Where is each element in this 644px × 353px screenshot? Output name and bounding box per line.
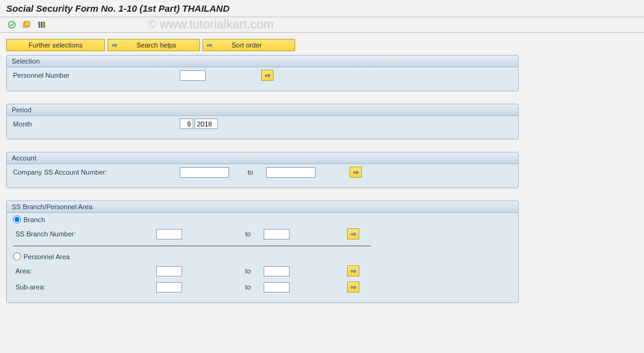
personnel-area-radio-label: Personnel Area <box>23 253 70 260</box>
area-to-input[interactable] <box>264 266 290 276</box>
to-label: to <box>245 283 264 291</box>
group-ss-branch: SS Branch/Personnel Area Branch SS Branc… <box>6 201 519 303</box>
svg-rect-2 <box>25 22 30 26</box>
ss-branch-from-input[interactable] <box>156 229 182 239</box>
personnel-area-radio[interactable] <box>13 252 21 260</box>
year-input[interactable] <box>194 118 218 129</box>
company-ss-from-input[interactable] <box>180 167 229 178</box>
content-area: Further selections ⇨Search helps ⇨Sort o… <box>0 33 644 322</box>
arrow-right-icon: ⇨ <box>353 168 359 176</box>
execute-icon[interactable] <box>6 20 17 30</box>
month-input[interactable] <box>180 118 193 129</box>
subarea-to-input[interactable] <box>264 282 290 293</box>
branch-radio-label: Branch <box>23 216 45 223</box>
further-selections-button[interactable]: Further selections <box>6 39 105 51</box>
svg-rect-3 <box>38 22 40 28</box>
arrow-right-icon: ⇨ <box>351 230 356 238</box>
group-selection-title: Selection <box>7 56 518 67</box>
page-title: Social Security Form No. 1-10 (1st Part)… <box>0 0 644 17</box>
sort-order-button[interactable]: ⇨Sort order <box>203 39 295 51</box>
company-ss-label: Company SS Account Number: <box>13 168 143 176</box>
area-from-input[interactable] <box>156 266 182 276</box>
sort-order-label: Sort order <box>232 41 262 49</box>
divider <box>13 246 371 246</box>
svg-rect-4 <box>41 22 43 28</box>
personnel-number-input[interactable] <box>180 70 206 81</box>
group-account-title: Account <box>7 152 518 164</box>
button-bar: Further selections ⇨Search helps ⇨Sort o… <box>6 39 638 51</box>
company-ss-multi-button[interactable]: ⇨ <box>349 167 362 178</box>
personnel-number-label: Personnel Number <box>13 72 143 79</box>
arrow-right-icon: ⇨ <box>111 41 118 49</box>
group-account: Account Company SS Account Number: to ⇨ <box>6 152 519 188</box>
subarea-multi-button[interactable]: ⇨ <box>347 281 359 293</box>
group-ss-branch-title: SS Branch/Personnel Area <box>7 201 518 213</box>
arrow-right-icon: ⇨ <box>265 72 270 80</box>
group-period-title: Period <box>7 104 518 116</box>
arrow-right-icon: ⇨ <box>351 283 356 291</box>
arrow-right-icon: ⇨ <box>351 267 356 275</box>
to-label: to <box>245 230 264 238</box>
branch-radio[interactable] <box>13 215 21 223</box>
area-label: Area: <box>13 267 143 275</box>
subarea-label: Sub-area: <box>13 283 143 291</box>
search-helps-button[interactable]: ⇨Search helps <box>107 39 200 51</box>
ss-branch-number-label: SS Branch Number: <box>13 230 143 238</box>
ss-branch-multi-button[interactable]: ⇨ <box>347 228 359 239</box>
personnel-number-multi-button[interactable]: ⇨ <box>261 70 274 81</box>
search-helps-label: Search helps <box>136 41 176 49</box>
month-label: Month <box>13 120 143 128</box>
selection-icon[interactable] <box>36 20 47 30</box>
group-period: Period Month <box>6 104 519 139</box>
company-ss-to-input[interactable] <box>266 167 316 178</box>
area-multi-button[interactable]: ⇨ <box>347 265 359 276</box>
ss-branch-to-input[interactable] <box>264 229 290 239</box>
svg-rect-5 <box>43 22 45 28</box>
to-label: to <box>245 267 264 275</box>
app-toolbar <box>0 17 644 33</box>
subarea-from-input[interactable] <box>156 282 182 293</box>
arrow-right-icon: ⇨ <box>206 41 213 49</box>
to-label: to <box>248 168 266 176</box>
group-selection: Selection Personnel Number ⇨ <box>6 55 519 91</box>
variant-icon[interactable] <box>21 20 32 30</box>
